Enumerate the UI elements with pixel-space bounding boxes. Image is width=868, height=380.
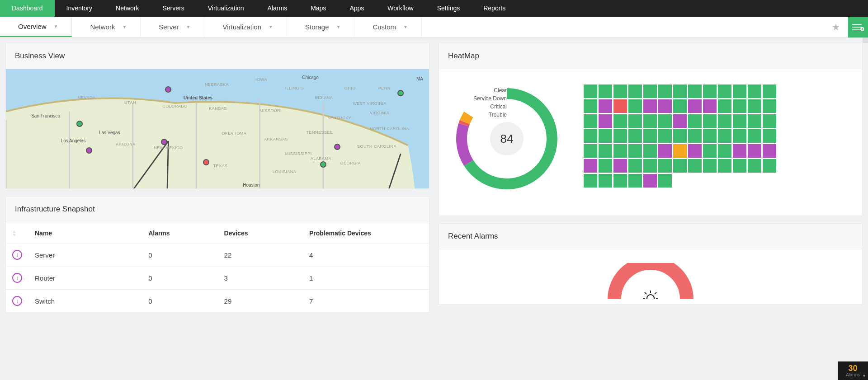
heatmap-cell[interactable]: [628, 144, 642, 158]
heatmap-cell[interactable]: [763, 144, 776, 158]
topnav-item-virtualization[interactable]: Virtualization: [196, 0, 256, 17]
heatmap-cell[interactable]: [718, 99, 731, 113]
heatmap-cell[interactable]: [584, 144, 597, 158]
heatmap-cell[interactable]: [628, 129, 642, 143]
heatmap-cell[interactable]: [763, 84, 776, 98]
heatmap-cell[interactable]: [599, 99, 612, 113]
heatmap-cell[interactable]: [599, 174, 612, 188]
heatmap-cell[interactable]: [613, 99, 627, 113]
heatmap-cell[interactable]: [718, 144, 731, 158]
heatmap-cell[interactable]: [584, 114, 597, 128]
heatmap-cell[interactable]: [613, 174, 627, 188]
heatmap-cell[interactable]: [628, 84, 642, 98]
heatmap-cell[interactable]: [673, 144, 687, 158]
heatmap-cell[interactable]: [703, 84, 717, 98]
heatmap-cell[interactable]: [748, 144, 761, 158]
heatmap-cell[interactable]: [703, 99, 717, 113]
heatmap-cell[interactable]: [718, 129, 731, 143]
heatmap-cell[interactable]: [688, 99, 702, 113]
heatmap-cell[interactable]: [703, 159, 717, 173]
map-node-colorado[interactable]: [165, 86, 171, 93]
heatmap-cell[interactable]: [673, 99, 687, 113]
heatmap-cell[interactable]: [643, 114, 657, 128]
heatmap-cell[interactable]: [703, 129, 717, 143]
heatmap-cell[interactable]: [673, 129, 687, 143]
map-node-new-mexico[interactable]: [161, 139, 167, 145]
topnav-item-network[interactable]: Network: [104, 0, 151, 17]
heatmap-cell[interactable]: [613, 144, 627, 158]
heatmap-cell[interactable]: [643, 129, 657, 143]
heatmap-cell[interactable]: [748, 84, 761, 98]
heatmap-cell[interactable]: [733, 99, 746, 113]
heatmap-grid[interactable]: [584, 84, 776, 197]
heatmap-cell[interactable]: [584, 129, 597, 143]
heatmap-cell[interactable]: [673, 84, 687, 98]
heatmap-cell[interactable]: [643, 144, 657, 158]
sort-icon[interactable]: ▲▼: [12, 230, 35, 237]
heatmap-cell[interactable]: [599, 84, 612, 98]
heatmap-cell[interactable]: [763, 159, 776, 173]
heatmap-cell[interactable]: [658, 159, 672, 173]
heatmap-cell[interactable]: [658, 99, 672, 113]
subnav-item-storage[interactable]: Storage▼: [287, 17, 354, 37]
heatmap-cell[interactable]: [658, 129, 672, 143]
heatmap-cell[interactable]: [599, 114, 612, 128]
heatmap-cell[interactable]: [688, 144, 702, 158]
heatmap-cell[interactable]: [688, 159, 702, 173]
heatmap-cell[interactable]: [718, 159, 731, 173]
heatmap-cell[interactable]: [628, 114, 642, 128]
topnav-item-servers[interactable]: Servers: [151, 0, 196, 17]
heatmap-cell[interactable]: [628, 99, 642, 113]
table-row[interactable]: ↓Server0224: [6, 244, 429, 267]
heatmap-cell[interactable]: [673, 114, 687, 128]
heatmap-cell[interactable]: [658, 174, 672, 188]
alarm-count-pill[interactable]: 30 Alarms ▼: [838, 361, 868, 380]
subnav-item-network[interactable]: Network▼: [72, 17, 141, 37]
heatmap-cell[interactable]: [748, 129, 761, 143]
favorite-icon[interactable]: ★: [824, 22, 848, 33]
map-node-s--carolina[interactable]: [334, 144, 340, 150]
heatmap-cell[interactable]: [643, 84, 657, 98]
heatmap-cell[interactable]: [763, 114, 776, 128]
heatmap-cell[interactable]: [763, 99, 776, 113]
heatmap-cell[interactable]: [599, 159, 612, 173]
heatmap-cell[interactable]: [748, 114, 761, 128]
heatmap-cell[interactable]: [613, 84, 627, 98]
topnav-item-apps[interactable]: Apps: [338, 0, 376, 17]
subnav-item-server[interactable]: Server▼: [141, 17, 204, 37]
map-node-georgia[interactable]: [320, 161, 326, 168]
topnav-item-alarms[interactable]: Alarms: [256, 0, 299, 17]
column-header-problematic[interactable]: Problematic Devices: [309, 230, 423, 237]
map-node-california[interactable]: [76, 121, 83, 127]
heatmap-cell[interactable]: [658, 144, 672, 158]
heatmap-cell[interactable]: [733, 114, 746, 128]
topnav-item-maps[interactable]: Maps: [299, 0, 338, 17]
heatmap-cell[interactable]: [584, 159, 597, 173]
topnav-item-dashboard[interactable]: Dashboard: [0, 0, 55, 17]
heatmap-cell[interactable]: [718, 114, 731, 128]
business-view-map[interactable]: United StatesSan FranciscoLos AngelesLas…: [6, 69, 429, 188]
topnav-item-workflow[interactable]: Workflow: [376, 0, 425, 17]
heatmap-cell[interactable]: [718, 84, 731, 98]
heatmap-cell[interactable]: [748, 99, 761, 113]
heatmap-cell[interactable]: [763, 129, 776, 143]
table-row[interactable]: ↓Router031: [6, 267, 429, 290]
column-header-name[interactable]: Name: [35, 230, 148, 237]
subnav-item-overview[interactable]: Overview▼: [0, 17, 72, 37]
heatmap-cell[interactable]: [688, 84, 702, 98]
column-header-devices[interactable]: Devices: [224, 230, 309, 237]
heatmap-cell[interactable]: [643, 174, 657, 188]
table-row[interactable]: ↓Switch0297: [6, 290, 429, 313]
subnav-item-virtualization[interactable]: Virtualization▼: [204, 17, 287, 37]
heatmap-cell[interactable]: [688, 114, 702, 128]
heatmap-donut-chart[interactable]: ClearService DownCriticalTrouble 84: [448, 80, 566, 197]
heatmap-cell[interactable]: [613, 129, 627, 143]
heatmap-cell[interactable]: [643, 159, 657, 173]
topnav-item-settings[interactable]: Settings: [425, 0, 472, 17]
heatmap-cell[interactable]: [733, 84, 746, 98]
heatmap-cell[interactable]: [628, 159, 642, 173]
topnav-item-inventory[interactable]: Inventory: [55, 0, 104, 17]
heatmap-cell[interactable]: [748, 159, 761, 173]
add-widget-button[interactable]: [848, 17, 868, 38]
map-node-texas[interactable]: [203, 159, 209, 165]
